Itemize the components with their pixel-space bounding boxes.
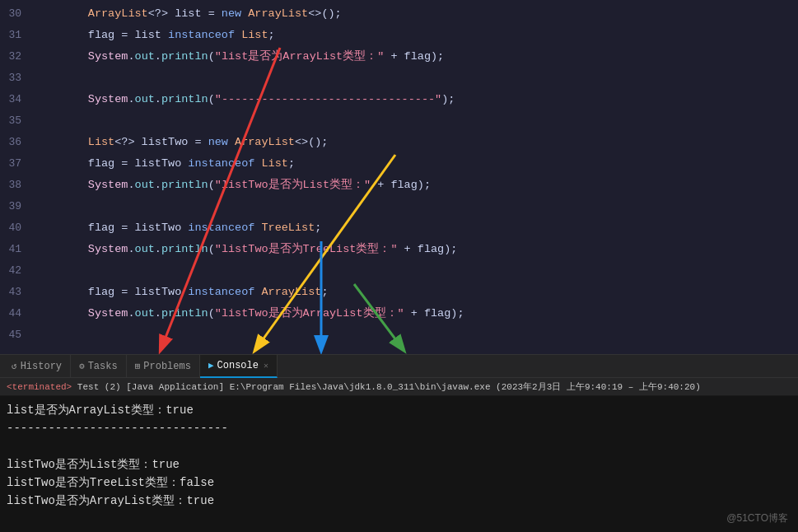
code-text bbox=[35, 68, 41, 89]
code-text: flag = listTwo instanceof TreeList; bbox=[35, 217, 321, 239]
tab-history[interactable]: ↺ History bbox=[3, 355, 71, 378]
console-line bbox=[7, 437, 791, 455]
panel-title-bar: <terminated> Test (2) [Java Application]… bbox=[0, 378, 798, 396]
code-line: 40 flag = listTwo instanceof TreeList; bbox=[0, 217, 798, 239]
code-line: 32 System.out.println("list是否为ArrayList类… bbox=[0, 46, 798, 68]
code-line: 37 flag = listTwo instanceof List; bbox=[0, 153, 798, 175]
code-text: ArrayList<?> list = new ArrayList<>(); bbox=[35, 3, 342, 25]
terminated-path: Test (2) [Java Application] E:\Program F… bbox=[77, 382, 701, 392]
tab-tasks[interactable]: ⚙ Tasks bbox=[71, 355, 127, 378]
line-number: 40 bbox=[0, 217, 35, 239]
line-number: 38 bbox=[0, 175, 35, 196]
code-text: flag = listTwo instanceof List; bbox=[35, 153, 295, 175]
code-text bbox=[35, 260, 41, 282]
line-number: 44 bbox=[0, 303, 35, 324]
code-line: 44 System.out.println("listTwo是否为ArrayLi… bbox=[0, 303, 798, 324]
code-text bbox=[35, 324, 41, 346]
code-text: System.out.println("listTwo是否为ArrayList类… bbox=[35, 303, 464, 324]
line-number: 34 bbox=[0, 89, 35, 110]
code-line: 45 bbox=[0, 324, 798, 346]
history-icon: ↺ bbox=[12, 361, 17, 371]
code-line: 31 flag = list instanceof List; bbox=[0, 25, 798, 46]
code-editor: 30 ArrayList<?> list = new ArrayList<>()… bbox=[0, 0, 798, 354]
console-output: list是否为ArrayList类型：true ----------------… bbox=[0, 396, 798, 515]
code-line: 41 System.out.println("listTwo是否为TreeLis… bbox=[0, 239, 798, 260]
bottom-panel: ↺ History ⚙ Tasks ⊞ Problems ▶ Console ✕… bbox=[0, 354, 798, 532]
tab-console-label: Console bbox=[217, 360, 259, 371]
line-number: 32 bbox=[0, 46, 35, 68]
console-line: listTwo是否为TreeList类型：false bbox=[7, 474, 791, 492]
code-text bbox=[35, 110, 41, 132]
line-number: 42 bbox=[0, 260, 35, 282]
line-number: 30 bbox=[0, 3, 35, 25]
watermark: @51CTO博客 bbox=[726, 511, 788, 525]
tab-problems[interactable]: ⊞ Problems bbox=[127, 355, 200, 378]
code-text: System.out.println("listTwo是否为List类型：" +… bbox=[35, 175, 431, 196]
line-number: 36 bbox=[0, 132, 35, 153]
line-number: 43 bbox=[0, 282, 35, 303]
terminated-label: <terminated> bbox=[7, 382, 77, 392]
tab-console[interactable]: ▶ Console ✕ bbox=[200, 355, 278, 378]
code-line: 38 System.out.println("listTwo是否为List类型：… bbox=[0, 175, 798, 196]
console-icon: ▶ bbox=[208, 360, 214, 371]
line-number: 37 bbox=[0, 153, 35, 175]
code-line: 36 List<?> listTwo = new ArrayList<>(); bbox=[0, 132, 798, 153]
code-text: System.out.println("--------------------… bbox=[35, 89, 455, 110]
line-number: 33 bbox=[0, 68, 35, 89]
code-text: List<?> listTwo = new ArrayList<>(); bbox=[35, 132, 328, 153]
code-line: 42 bbox=[0, 260, 798, 282]
code-text: flag = listTwo instanceof ArrayList; bbox=[35, 282, 329, 303]
line-number: 39 bbox=[0, 196, 35, 217]
console-line: list是否为ArrayList类型：true bbox=[7, 401, 791, 419]
code-text bbox=[35, 196, 41, 217]
code-text: System.out.println("list是否为ArrayList类型："… bbox=[35, 46, 444, 68]
code-line: 34 System.out.println("-----------------… bbox=[0, 89, 798, 110]
code-line: 35 bbox=[0, 110, 798, 132]
console-line: listTwo是否为List类型：true bbox=[7, 455, 791, 474]
line-number: 35 bbox=[0, 110, 35, 132]
code-line: 43 flag = listTwo instanceof ArrayList; bbox=[0, 282, 798, 303]
line-number: 41 bbox=[0, 239, 35, 260]
line-number: 45 bbox=[0, 324, 35, 346]
code-line: 30 ArrayList<?> list = new ArrayList<>()… bbox=[0, 3, 798, 25]
code-text: flag = list instanceof List; bbox=[35, 25, 275, 46]
code-lines: 30 ArrayList<?> list = new ArrayList<>()… bbox=[0, 0, 798, 349]
panel-tabs: ↺ History ⚙ Tasks ⊞ Problems ▶ Console ✕ bbox=[0, 355, 798, 378]
line-number: 31 bbox=[0, 25, 35, 46]
console-close-icon[interactable]: ✕ bbox=[264, 361, 268, 371]
console-line: -------------------------------- bbox=[7, 419, 791, 437]
code-line: 39 bbox=[0, 196, 798, 217]
tasks-icon: ⚙ bbox=[79, 361, 85, 371]
tab-history-label: History bbox=[21, 361, 62, 372]
tab-problems-label: Problems bbox=[143, 361, 191, 372]
tab-tasks-label: Tasks bbox=[88, 361, 118, 372]
code-line: 33 bbox=[0, 68, 798, 89]
code-text: System.out.println("listTwo是否为TreeList类型… bbox=[35, 239, 457, 260]
problems-icon: ⊞ bbox=[135, 361, 141, 371]
console-line: listTwo是否为ArrayList类型：true bbox=[7, 492, 791, 510]
